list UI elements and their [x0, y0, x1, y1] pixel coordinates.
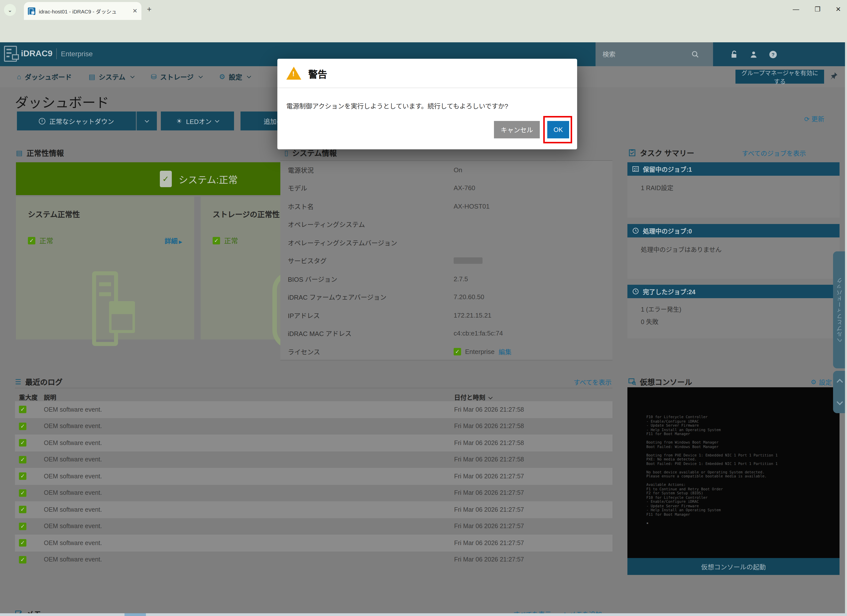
help-icon[interactable]: ?: [769, 50, 777, 59]
processing-jobs-body: 処理中のジョブはありません: [627, 237, 840, 279]
task-summary-title: タスク サマリー: [629, 147, 694, 158]
power-icon: [39, 118, 45, 124]
browser-tab[interactable]: idrac-host01 - iDRAC9 - ダッシュ ✕: [24, 2, 142, 20]
console-settings-link[interactable]: ⚙設定: [811, 377, 832, 387]
redacted-value: [454, 258, 483, 264]
scrollbar-thumb[interactable]: [124, 613, 146, 616]
search-field[interactable]: [596, 42, 713, 66]
license-value: Enterprise: [465, 348, 495, 355]
table-row: ホスト名AX-HOST01: [280, 197, 612, 215]
log-row[interactable]: ✓OEM software event.Fri Mar 06 2026 21:2…: [15, 468, 612, 485]
log-row[interactable]: ✓OEM software event.Fri Mar 06 2026 21:2…: [15, 485, 612, 501]
log-row[interactable]: ✓OEM software event.Fri Mar 06 2026 21:2…: [15, 518, 612, 535]
chevron-down-icon: [145, 118, 149, 123]
gear-icon: ⚙: [811, 378, 816, 386]
completed-line-failed[interactable]: 0 失敗: [627, 314, 840, 326]
horizontal-scrollbar[interactable]: [0, 613, 847, 616]
led-on-button[interactable]: ☀LEDオン: [161, 112, 234, 130]
completed-line-error[interactable]: 1 (エラー発生): [627, 298, 840, 314]
pending-jobs-header: 保留中のジョブ:1: [627, 162, 840, 176]
health-section-title: ▤ 正常性情報: [16, 147, 64, 158]
storage-icon: ⛁: [151, 73, 156, 81]
status-label: 正常: [39, 236, 53, 245]
column-date-sort[interactable]: 日付と時刻: [454, 392, 492, 402]
severity-ok-icon: ✓: [19, 423, 27, 430]
log-row[interactable]: ✓OEM software event.Fri Mar 06 2026 21:2…: [15, 401, 612, 418]
table-row: 電源状況On: [280, 161, 612, 179]
cancel-button[interactable]: キャンセル: [494, 121, 540, 139]
enable-group-manager-button[interactable]: グループマネージャを有効にする: [735, 70, 824, 84]
warning-icon: [286, 67, 301, 80]
console-screen-text: F10 for Lifecycle Controller - Enable/Co…: [646, 415, 778, 525]
pin-icon[interactable]: [829, 71, 838, 80]
log-row[interactable]: ✓OEM software event.Fri Mar 06 2026 21:2…: [15, 501, 612, 518]
scroll-down-icon[interactable]: [837, 399, 843, 405]
search-input[interactable]: [602, 50, 691, 59]
table-row-service-tag: サービスタグ: [280, 252, 612, 270]
window-maximize-button[interactable]: ❒: [815, 6, 820, 13]
license-edit-link[interactable]: 編集: [499, 347, 512, 357]
graceful-shutdown-button[interactable]: 正常なシャットダウン: [17, 112, 136, 130]
log-row[interactable]: ✓OEM software event.Fri Mar 06 2026 21:2…: [15, 435, 612, 451]
license-check-icon: ✓: [454, 348, 461, 355]
shutdown-dropdown-button[interactable]: [136, 112, 157, 130]
log-row[interactable]: ✓OEM software event.Fri Mar 06 2026 21:2…: [15, 451, 612, 468]
ok-button[interactable]: OK: [547, 121, 569, 139]
completed-jobs-header: 完了したジョブ:24: [627, 285, 840, 298]
tab-title: idrac-host01 - iDRAC9 - ダッシュ: [39, 7, 117, 15]
screen: ⌄ idrac-host01 - iDRAC9 - ダッシュ ✕ + — ❒ ✕…: [0, 0, 847, 616]
dialog-message: 電源制御アクションを実行しようとしています。続行してもよろしいですか?: [286, 101, 508, 111]
brand-name: iDRAC9: [21, 49, 53, 59]
log-row[interactable]: ✓OEM software event.Fri Mar 06 2026 21:2…: [15, 535, 612, 551]
log-row[interactable]: ✓OEM software event.Fri Mar 06 2026 21:2…: [15, 418, 612, 435]
logs-view-all-link[interactable]: すべてを表示: [574, 377, 612, 387]
log-row[interactable]: ✓OEM software event.Fri Mar 06 2026 21:2…: [15, 551, 612, 568]
system-health-card: システム正常性 ✓ 正常 詳細 ▶: [16, 197, 194, 339]
column-severity[interactable]: 重大度: [19, 392, 38, 402]
chevron-down-icon: [198, 74, 203, 78]
scroll-up-icon[interactable]: [837, 379, 843, 385]
status-check-icon: ✓: [212, 237, 220, 244]
severity-ok-icon: ✓: [19, 456, 27, 463]
window-minimize-button[interactable]: —: [793, 6, 799, 13]
user-icon[interactable]: [750, 50, 758, 59]
window-close-button[interactable]: ✕: [835, 6, 841, 13]
refresh-icon: ⟳: [804, 115, 810, 123]
new-tab-button[interactable]: +: [147, 5, 152, 14]
refresh-link[interactable]: ⟳ 更新: [804, 114, 824, 124]
menu-dashboard[interactable]: ⌂ダッシュボード: [17, 72, 72, 82]
vertical-scrollbar[interactable]: [845, 42, 847, 613]
table-row-license: ライセンス ✓Enterprise編集: [280, 342, 612, 361]
table-row: オペレーティングシステム: [280, 215, 612, 233]
checklist-icon: [632, 166, 639, 172]
unlock-icon[interactable]: [730, 50, 738, 59]
menu-storage[interactable]: ⛁ストレージ: [151, 72, 202, 82]
healthy-banner-label: システム:正常: [179, 172, 238, 186]
view-all-jobs-link[interactable]: すべてのジョブを表示: [742, 148, 806, 158]
table-row: iDRAC MAC アドレスc4:cb:e1:fa:5c:74: [280, 324, 612, 342]
healthy-check-icon: ✓: [159, 171, 171, 187]
browser-tab-strip: ⌄ idrac-host01 - iDRAC9 - ダッシュ ✕ + — ❒ ✕: [0, 0, 847, 20]
search-icon[interactable]: [691, 50, 699, 58]
header-icon-group: ?: [713, 42, 847, 66]
chevron-down-icon: [130, 74, 134, 78]
menu-settings[interactable]: ⚙設定: [219, 72, 251, 82]
menu-system[interactable]: ▤システム: [89, 72, 134, 82]
warning-dialog: 警告 電源制御アクションを実行しようとしています。続行してもよろしいですか? キ…: [277, 59, 577, 149]
console-preview-screen[interactable]: F10 for Lifecycle Controller - Enable/Co…: [627, 387, 840, 558]
severity-ok-icon: ✓: [19, 506, 27, 513]
recent-logs-title: ☰ 最近のログ: [15, 376, 62, 387]
list-icon: ☰: [15, 377, 21, 386]
tab-close-icon[interactable]: ✕: [133, 7, 137, 15]
health-section-icon: ▤: [16, 149, 22, 156]
table-row: BIOS バージョン2.7.5: [280, 270, 612, 288]
status-check-icon: ✓: [28, 237, 35, 244]
details-link[interactable]: 詳細 ▶: [165, 236, 182, 245]
tab-search-button[interactable]: ⌄: [4, 4, 16, 16]
server-icon: ▤: [89, 73, 95, 81]
divider: [15, 388, 612, 388]
pending-job-item[interactable]: 1 RAID設定: [627, 176, 840, 192]
system-info-table: 電源状況On モデルAX-760 ホスト名AX-HOST01 オペレーティングシ…: [280, 160, 612, 360]
column-description[interactable]: 説明: [44, 392, 56, 402]
launch-virtual-console-button[interactable]: 仮想コンソールの起動: [627, 558, 840, 575]
